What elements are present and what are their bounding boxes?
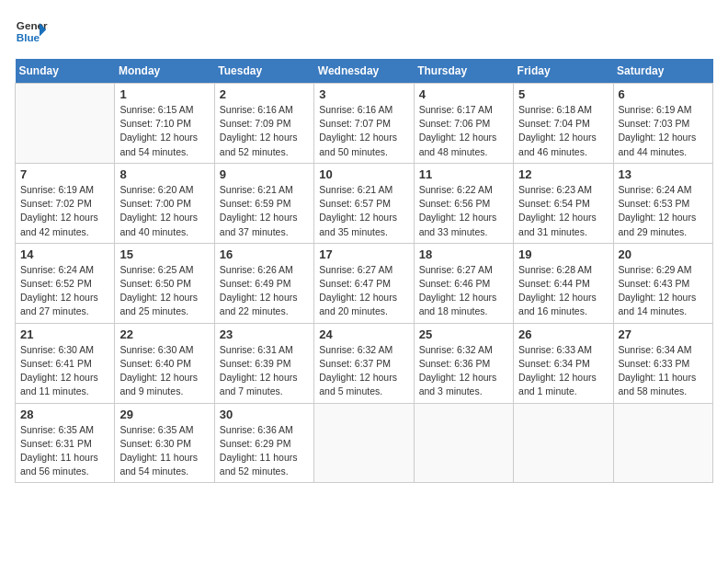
day-info: Sunrise: 6:22 AM Sunset: 6:56 PM Dayligh… (419, 183, 508, 239)
day-info: Sunrise: 6:24 AM Sunset: 6:53 PM Dayligh… (619, 183, 708, 239)
day-info: Sunrise: 6:27 AM Sunset: 6:46 PM Dayligh… (419, 263, 508, 319)
day-info: Sunrise: 6:19 AM Sunset: 7:03 PM Dayligh… (619, 103, 708, 159)
calendar-cell: 4Sunrise: 6:17 AM Sunset: 7:06 PM Daylig… (414, 84, 513, 164)
day-info: Sunrise: 6:20 AM Sunset: 7:00 PM Dayligh… (119, 183, 209, 239)
day-number: 20 (619, 247, 708, 261)
day-info: Sunrise: 6:32 AM Sunset: 6:36 PM Dayligh… (419, 343, 508, 399)
calendar-cell: 18Sunrise: 6:27 AM Sunset: 6:46 PM Dayli… (414, 243, 513, 323)
calendar-cell: 15Sunrise: 6:25 AM Sunset: 6:50 PM Dayli… (115, 243, 214, 323)
calendar-cell: 3Sunrise: 6:16 AM Sunset: 7:07 PM Daylig… (314, 84, 414, 164)
calendar-cell: 8Sunrise: 6:20 AM Sunset: 7:00 PM Daylig… (115, 163, 214, 243)
day-number: 16 (220, 247, 309, 261)
day-info: Sunrise: 6:16 AM Sunset: 7:07 PM Dayligh… (319, 103, 408, 159)
day-number: 18 (419, 247, 508, 261)
logo-icon: General Blue (15, 15, 48, 48)
calendar-header: SundayMondayTuesdayWednesdayThursdayFrid… (16, 59, 713, 84)
day-number: 5 (518, 87, 608, 101)
svg-text:Blue: Blue (17, 31, 40, 43)
day-number: 12 (518, 167, 608, 181)
day-info: Sunrise: 6:18 AM Sunset: 7:04 PM Dayligh… (518, 103, 608, 159)
day-info: Sunrise: 6:27 AM Sunset: 6:47 PM Dayligh… (319, 263, 408, 319)
day-header: Saturday (613, 59, 712, 84)
day-number: 14 (20, 247, 109, 261)
day-info: Sunrise: 6:36 AM Sunset: 6:29 PM Dayligh… (220, 423, 309, 479)
day-info: Sunrise: 6:17 AM Sunset: 7:06 PM Dayligh… (419, 103, 508, 159)
calendar-cell: 11Sunrise: 6:22 AM Sunset: 6:56 PM Dayli… (414, 163, 513, 243)
calendar-cell: 16Sunrise: 6:26 AM Sunset: 6:49 PM Dayli… (214, 243, 313, 323)
day-number: 19 (518, 247, 608, 261)
page-header: General Blue (15, 15, 713, 48)
day-info: Sunrise: 6:16 AM Sunset: 7:09 PM Dayligh… (220, 103, 309, 159)
day-number: 8 (119, 167, 209, 181)
day-number: 22 (119, 327, 209, 341)
day-info: Sunrise: 6:25 AM Sunset: 6:50 PM Dayligh… (119, 263, 209, 319)
calendar-cell: 26Sunrise: 6:33 AM Sunset: 6:34 PM Dayli… (514, 323, 613, 403)
day-number: 28 (20, 408, 109, 421)
day-info: Sunrise: 6:15 AM Sunset: 7:10 PM Dayligh… (119, 103, 209, 159)
calendar-week: 14Sunrise: 6:24 AM Sunset: 6:52 PM Dayli… (16, 243, 713, 323)
day-info: Sunrise: 6:29 AM Sunset: 6:43 PM Dayligh… (619, 263, 708, 319)
day-info: Sunrise: 6:35 AM Sunset: 6:30 PM Dayligh… (119, 423, 209, 479)
calendar-cell: 10Sunrise: 6:21 AM Sunset: 6:57 PM Dayli… (314, 163, 414, 243)
day-number: 11 (419, 167, 508, 181)
calendar-cell (514, 403, 613, 483)
day-info: Sunrise: 6:30 AM Sunset: 6:41 PM Dayligh… (20, 343, 109, 399)
calendar-cell: 29Sunrise: 6:35 AM Sunset: 6:30 PM Dayli… (115, 403, 214, 483)
day-info: Sunrise: 6:35 AM Sunset: 6:31 PM Dayligh… (20, 423, 109, 479)
calendar-cell: 12Sunrise: 6:23 AM Sunset: 6:54 PM Dayli… (514, 163, 613, 243)
day-number: 27 (619, 327, 708, 341)
day-header: Monday (115, 59, 214, 84)
calendar-cell: 2Sunrise: 6:16 AM Sunset: 7:09 PM Daylig… (214, 84, 313, 164)
calendar-cell: 7Sunrise: 6:19 AM Sunset: 7:02 PM Daylig… (16, 163, 115, 243)
day-number: 30 (220, 408, 309, 421)
day-number: 2 (220, 87, 309, 101)
day-info: Sunrise: 6:23 AM Sunset: 6:54 PM Dayligh… (518, 183, 608, 239)
day-number: 24 (319, 327, 408, 341)
calendar-body: 1Sunrise: 6:15 AM Sunset: 7:10 PM Daylig… (16, 84, 713, 483)
calendar-cell: 6Sunrise: 6:19 AM Sunset: 7:03 PM Daylig… (613, 84, 712, 164)
calendar-cell: 28Sunrise: 6:35 AM Sunset: 6:31 PM Dayli… (16, 403, 115, 483)
calendar-week: 21Sunrise: 6:30 AM Sunset: 6:41 PM Dayli… (16, 323, 713, 403)
calendar-cell: 17Sunrise: 6:27 AM Sunset: 6:47 PM Dayli… (314, 243, 414, 323)
day-number: 3 (319, 87, 408, 101)
day-header: Sunday (16, 59, 115, 84)
calendar-cell: 25Sunrise: 6:32 AM Sunset: 6:36 PM Dayli… (414, 323, 513, 403)
day-number: 1 (119, 87, 209, 101)
day-number: 21 (20, 327, 109, 341)
day-info: Sunrise: 6:34 AM Sunset: 6:33 PM Dayligh… (619, 343, 708, 399)
day-info: Sunrise: 6:21 AM Sunset: 6:59 PM Dayligh… (220, 183, 309, 239)
calendar-cell (16, 84, 115, 164)
calendar-week: 7Sunrise: 6:19 AM Sunset: 7:02 PM Daylig… (16, 163, 713, 243)
day-info: Sunrise: 6:26 AM Sunset: 6:49 PM Dayligh… (220, 263, 309, 319)
calendar-week: 28Sunrise: 6:35 AM Sunset: 6:31 PM Dayli… (16, 403, 713, 483)
calendar-cell (314, 403, 414, 483)
calendar-cell (613, 403, 712, 483)
calendar-cell: 5Sunrise: 6:18 AM Sunset: 7:04 PM Daylig… (514, 84, 613, 164)
day-header: Wednesday (314, 59, 414, 84)
calendar-cell: 23Sunrise: 6:31 AM Sunset: 6:39 PM Dayli… (214, 323, 313, 403)
calendar-cell: 13Sunrise: 6:24 AM Sunset: 6:53 PM Dayli… (613, 163, 712, 243)
day-number: 29 (119, 408, 209, 421)
day-info: Sunrise: 6:28 AM Sunset: 6:44 PM Dayligh… (518, 263, 608, 319)
day-info: Sunrise: 6:30 AM Sunset: 6:40 PM Dayligh… (119, 343, 209, 399)
day-header: Tuesday (214, 59, 313, 84)
day-number: 23 (220, 327, 309, 341)
calendar-week: 1Sunrise: 6:15 AM Sunset: 7:10 PM Daylig… (16, 84, 713, 164)
calendar-cell: 1Sunrise: 6:15 AM Sunset: 7:10 PM Daylig… (115, 84, 214, 164)
calendar-cell: 21Sunrise: 6:30 AM Sunset: 6:41 PM Dayli… (16, 323, 115, 403)
day-info: Sunrise: 6:21 AM Sunset: 6:57 PM Dayligh… (319, 183, 408, 239)
day-header: Friday (514, 59, 613, 84)
day-number: 17 (319, 247, 408, 261)
calendar-cell: 20Sunrise: 6:29 AM Sunset: 6:43 PM Dayli… (613, 243, 712, 323)
calendar-cell: 14Sunrise: 6:24 AM Sunset: 6:52 PM Dayli… (16, 243, 115, 323)
day-number: 25 (419, 327, 508, 341)
day-info: Sunrise: 6:33 AM Sunset: 6:34 PM Dayligh… (518, 343, 608, 399)
calendar-cell: 30Sunrise: 6:36 AM Sunset: 6:29 PM Dayli… (214, 403, 313, 483)
calendar-cell: 9Sunrise: 6:21 AM Sunset: 6:59 PM Daylig… (214, 163, 313, 243)
day-info: Sunrise: 6:19 AM Sunset: 7:02 PM Dayligh… (20, 183, 109, 239)
day-info: Sunrise: 6:24 AM Sunset: 6:52 PM Dayligh… (20, 263, 109, 319)
day-number: 7 (20, 167, 109, 181)
calendar-cell: 24Sunrise: 6:32 AM Sunset: 6:37 PM Dayli… (314, 323, 414, 403)
day-number: 6 (619, 87, 708, 101)
day-header: Thursday (414, 59, 513, 84)
